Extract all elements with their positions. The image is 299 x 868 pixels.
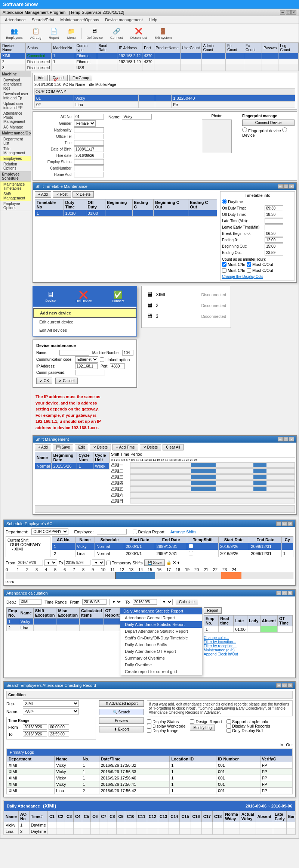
display-null-cb[interactable] <box>226 724 231 728</box>
search-from-time[interactable] <box>49 724 69 730</box>
only-null-cb[interactable] <box>226 728 231 733</box>
connect-device-btn[interactable]: Connect Device <box>242 120 295 126</box>
gender-select[interactable]: Female <box>74 120 96 127</box>
hire-date-input[interactable] <box>74 153 104 158</box>
report-menu-summary-ot[interactable]: Summary of Overtime <box>120 655 202 661</box>
on-duty-input[interactable] <box>265 205 283 211</box>
timetable-add-btn[interactable]: + Add <box>35 191 51 198</box>
att-close[interactable]: ✕ <box>287 591 293 595</box>
report-menu-daily-overtime[interactable]: Daily Overtime <box>120 661 202 668</box>
beginning-out-input[interactable] <box>265 244 283 249</box>
add-employee-btn[interactable]: Add <box>34 75 48 81</box>
arrange-shifts-btn[interactable]: Arrange Shifts <box>170 530 197 534</box>
menu-btn[interactable]: 📁 Menu <box>63 25 80 41</box>
comm-code-select[interactable]: Ethernet <box>75 356 98 363</box>
report-menu-general[interactable]: Attendance General Report <box>120 614 202 621</box>
home-add-input[interactable] <box>74 172 104 177</box>
sidebar-dept-list[interactable]: Department List <box>0 136 31 146</box>
timetable-row-1[interactable]: 1 18:30 03:00 <box>35 210 217 217</box>
ending-out-input[interactable] <box>265 250 283 255</box>
att-calc-row-1[interactable]: 1 01:00 <box>204 626 293 633</box>
sidebar-download-user[interactable]: Download user info and Fp <box>0 91 31 101</box>
nationality-input[interactable] <box>74 127 104 133</box>
append-clock-link[interactable]: Append Clock in/Out <box>204 652 293 656</box>
sidebar-photo[interactable]: Attendance Photo Management <box>0 111 31 124</box>
device-row-2[interactable]: 2 Disconnected 1 Ethernet 192.168.1.20 4… <box>1 59 299 65</box>
title-input[interactable] <box>74 140 104 146</box>
search-btn[interactable]: 🔍 Search <box>99 709 144 715</box>
att-max[interactable]: □ <box>282 591 287 595</box>
company-tree-item[interactable]: - OUR COMPANY <box>7 542 49 547</box>
shift-delete-btn[interactable]: ✕ Delete <box>90 444 111 450</box>
employee-row-vicky[interactable]: 01 Vicky 1.82250440 <box>35 95 295 102</box>
sidebar-ac-manage[interactable]: AC Manage <box>0 124 31 130</box>
port-input[interactable] <box>110 363 125 369</box>
search-from-date[interactable] <box>23 724 47 730</box>
late-time-input[interactable] <box>265 218 283 224</box>
change-cols-link[interactable]: Change the Display Cols <box>222 275 263 279</box>
sidebar-employees[interactable]: Employees <box>0 156 31 161</box>
sidebar-upload-user[interactable]: Upload user info and FP <box>0 101 31 111</box>
att-report-btn[interactable]: Report <box>204 607 222 614</box>
timetable-close[interactable]: ✕ <box>289 184 294 189</box>
maximize-btn[interactable]: □ <box>286 10 291 15</box>
vicky-tempshift-cb[interactable] <box>189 544 193 548</box>
exit-btn[interactable]: 🚪 Exit system <box>151 25 175 41</box>
preview-btn[interactable]: Preview <box>99 717 144 724</box>
schedule-from-dropdown[interactable]: ▼ <box>44 559 57 566</box>
search-to-time[interactable] <box>49 731 69 737</box>
schedule-row-lina[interactable]: 2 Lina Normal 2000/1/1 2999/12/31 2016/9… <box>52 550 293 557</box>
schedule-row-vicky[interactable]: 1 Vicky Normal 2000/1/1 2999/12/31 2016/… <box>52 543 293 550</box>
schedule-dept-select[interactable]: OUR COMPANY <box>31 528 68 535</box>
report-menu-daily-shifts[interactable]: Daily Attendance Shifts <box>120 641 202 648</box>
timetable-delete-btn[interactable]: ✕ Delete <box>73 191 94 198</box>
menu-attendance[interactable]: Attendance <box>2 17 29 23</box>
menu-search[interactable]: Search/Print <box>29 17 58 23</box>
shift-clear-all-btn[interactable]: Clear All <box>163 444 183 450</box>
machine-number-input[interactable] <box>122 350 133 356</box>
linked-option-cb[interactable] <box>100 357 104 362</box>
shift-add-btn[interactable]: + Add <box>35 444 51 450</box>
del-device-btn[interactable]: 🖥 Del Device <box>83 25 107 41</box>
att-from-dropdown[interactable]: ▼ <box>110 599 122 605</box>
display-workcode-cb[interactable] <box>147 724 151 728</box>
shift-max[interactable]: □ <box>283 437 289 441</box>
shift-close[interactable]: ✕ <box>289 437 294 441</box>
report-menu-daily-stat[interactable]: Daily Attendance Statistic Report <box>120 621 202 628</box>
office-tel-input[interactable] <box>74 134 104 139</box>
fax-group-btn[interactable]: FaxGroup <box>69 75 92 81</box>
must-cin-cb[interactable] <box>222 262 226 267</box>
device-radio[interactable] <box>282 127 287 132</box>
ip-address-input[interactable] <box>75 363 98 369</box>
display-image-cb[interactable] <box>147 728 151 733</box>
close-btn[interactable]: ✕ <box>291 10 296 15</box>
device-row-3[interactable]: 3 Disconnected USB <box>1 65 299 71</box>
schedule-to-input[interactable] <box>64 560 90 565</box>
edit-current-device-item[interactable]: Edit current device <box>33 318 136 326</box>
shift-delete-time-btn[interactable]: ✕ Delete <box>140 444 161 450</box>
att-dep-input[interactable] <box>19 599 41 605</box>
menu-help[interactable]: Help <box>146 17 160 23</box>
sidebar-employee-opts[interactable]: Employee Options <box>0 201 31 211</box>
lina-tempshift-cb[interactable] <box>189 551 193 555</box>
device-popup-connect-btn[interactable]: ✅ Connect <box>110 289 126 304</box>
shift-scrollbar[interactable] <box>35 505 295 513</box>
search-name-select[interactable]: <All> <box>23 708 79 714</box>
add-new-device-item[interactable]: Add new device <box>33 308 136 318</box>
off-duty-input[interactable] <box>265 212 283 217</box>
change-color-link[interactable]: Change color... <box>204 636 293 640</box>
shift-save-btn[interactable]: 💾 Save <box>53 444 74 450</box>
break-begin-input[interactable] <box>265 231 283 236</box>
filter-inception-link[interactable]: Filter by inception... <box>204 640 293 644</box>
search-dep-select[interactable]: XIMI <box>23 700 79 707</box>
menu-device[interactable]: Device management <box>102 17 146 23</box>
device-name-input[interactable] <box>59 350 89 356</box>
ending-0-input[interactable] <box>265 237 283 243</box>
att-from-input[interactable] <box>82 599 107 605</box>
sidebar-download-attendance[interactable]: Download attendance logs <box>0 77 31 91</box>
design-report-search-cb[interactable] <box>190 719 194 724</box>
fp-device-radio[interactable] <box>242 127 247 132</box>
timetable-max[interactable]: □ <box>283 184 289 189</box>
ac-no-input[interactable] <box>74 114 104 120</box>
device-popup-device-btn[interactable]: 🖥 Device <box>44 289 58 304</box>
